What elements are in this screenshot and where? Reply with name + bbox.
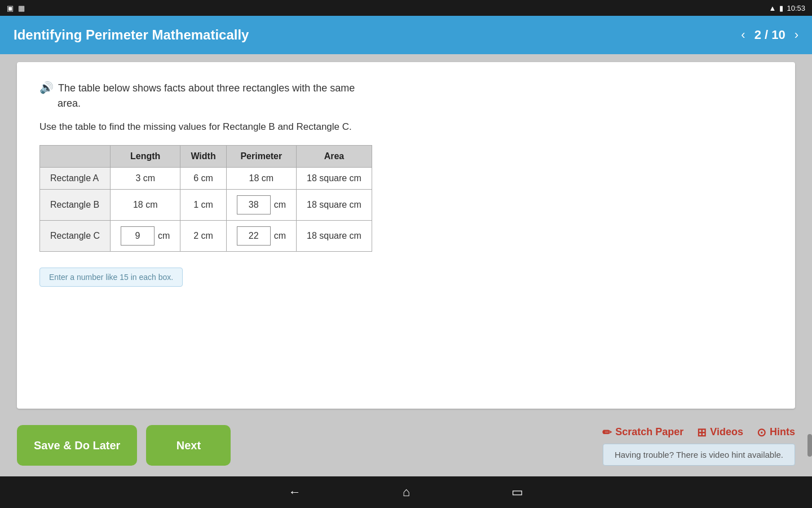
page-navigation: ‹ 2 / 10 ›: [741, 28, 798, 42]
content-wrapper: 🔊The table below shows facts about three…: [0, 54, 812, 414]
question-line1: The table below shows facts about three …: [58, 82, 355, 94]
rect-a-perimeter: 18 cm: [226, 168, 296, 190]
col-header-label: [40, 146, 111, 168]
rect-b-area: 18 square cm: [296, 190, 372, 221]
col-header-perimeter: Perimeter: [226, 146, 296, 168]
next-page-button[interactable]: ›: [795, 28, 798, 42]
rect-c-length-input[interactable]: [121, 226, 155, 246]
rect-b-perimeter-input-group: cm: [237, 195, 286, 214]
scroll-indicator: [807, 434, 812, 457]
rect-c-area: 18 square cm: [296, 221, 372, 252]
tooltip-text: Having trouble? There is video hint avai…: [615, 450, 783, 459]
scratch-paper-label: Scratch Paper: [615, 426, 683, 438]
wifi-icon: ▲: [769, 4, 776, 12]
rect-b-perimeter-suffix: cm: [274, 200, 286, 210]
battery-icon: ▮: [779, 4, 783, 12]
rect-a-length: 3 cm: [111, 168, 180, 190]
rect-a-area: 18 square cm: [296, 168, 372, 190]
main-area: 🔊The table below shows facts about three…: [0, 54, 812, 476]
signal-icon: ▦: [18, 4, 25, 12]
videos-button[interactable]: ⊞ Videos: [697, 426, 743, 439]
rect-b-perimeter-cell: cm: [226, 190, 296, 221]
sub-instruction: Use the table to find the missing values…: [39, 121, 773, 133]
next-button[interactable]: Next: [146, 425, 231, 466]
speaker-icon[interactable]: 🔊: [39, 79, 54, 96]
recents-nav-button[interactable]: ▭: [511, 485, 523, 500]
footer-tools: ✏ Scratch Paper ⊞ Videos ⊙ Hints Having …: [602, 426, 795, 466]
rect-b-length: 18 cm: [111, 190, 180, 221]
time-display: 10:53: [787, 4, 805, 12]
rect-c-perimeter-input-group: cm: [237, 226, 286, 246]
col-header-length: Length: [111, 146, 180, 168]
rect-c-label: Rectangle C: [40, 221, 111, 252]
tools-row: ✏ Scratch Paper ⊞ Videos ⊙ Hints: [602, 426, 795, 439]
scratch-paper-button[interactable]: ✏ Scratch Paper: [602, 426, 683, 439]
status-bar: ▣ ▦ ▲ ▮ 10:53: [0, 0, 812, 16]
rect-b-perimeter-input[interactable]: [237, 195, 271, 214]
rect-a-label: Rectangle A: [40, 168, 111, 190]
footer: Save & Do Later Next ✏ Scratch Paper ⊞ V…: [0, 414, 812, 476]
rect-c-length-input-group: cm: [121, 226, 170, 246]
rect-c-perimeter-suffix: cm: [274, 231, 286, 241]
save-do-later-button[interactable]: Save & Do Later: [17, 425, 137, 466]
hints-button[interactable]: ⊙ Hints: [757, 426, 795, 439]
rectangles-table: Length Width Perimeter Area Rectangle A …: [39, 145, 372, 252]
rect-b-label: Rectangle B: [40, 190, 111, 221]
rect-c-length-suffix: cm: [158, 231, 170, 241]
pencil-icon: ✏: [602, 426, 612, 439]
bottom-nav-bar: ← ⌂ ▭: [0, 476, 812, 508]
rect-b-width: 1 cm: [180, 190, 226, 221]
rect-c-perimeter-cell: cm: [226, 221, 296, 252]
table-row: Rectangle B 18 cm 1 cm cm 18 square cm: [40, 190, 372, 221]
status-icons-right: ▲ ▮ 10:53: [769, 4, 805, 12]
home-nav-button[interactable]: ⌂: [403, 485, 410, 500]
rect-c-perimeter-input[interactable]: [237, 226, 271, 246]
content-card: 🔊The table below shows facts about three…: [17, 62, 795, 409]
table-row: Rectangle C cm 2 cm cm: [40, 221, 372, 252]
tablet-icon: ▣: [7, 4, 14, 12]
rect-c-width: 2 cm: [180, 221, 226, 252]
video-hint-tooltip: Having trouble? There is video hint avai…: [603, 444, 795, 466]
videos-label: Videos: [710, 426, 743, 438]
prev-page-button[interactable]: ‹: [741, 28, 745, 42]
col-header-width: Width: [180, 146, 226, 168]
hints-label: Hints: [770, 426, 795, 438]
header: Identifying Perimeter Mathematically ‹ 2…: [0, 16, 812, 54]
video-icon: ⊞: [697, 426, 707, 439]
status-icons-left: ▣ ▦: [7, 4, 25, 12]
footer-buttons: Save & Do Later Next: [17, 425, 231, 466]
rect-c-length-cell: cm: [111, 221, 180, 252]
back-nav-button[interactable]: ←: [289, 485, 301, 500]
page-counter: 2 / 10: [754, 28, 785, 42]
hint-box: Enter a number like 15 in each box.: [39, 268, 183, 287]
rect-a-width: 6 cm: [180, 168, 226, 190]
question-text: 🔊The table below shows facts about three…: [39, 79, 773, 111]
col-header-area: Area: [296, 146, 372, 168]
question-line2: area.: [58, 98, 81, 109]
page-title: Identifying Perimeter Mathematically: [14, 27, 249, 43]
hints-icon: ⊙: [757, 426, 766, 439]
table-row: Rectangle A 3 cm 6 cm 18 cm 18 square cm: [40, 168, 372, 190]
hint-text: Enter a number like 15 in each box.: [49, 273, 173, 282]
